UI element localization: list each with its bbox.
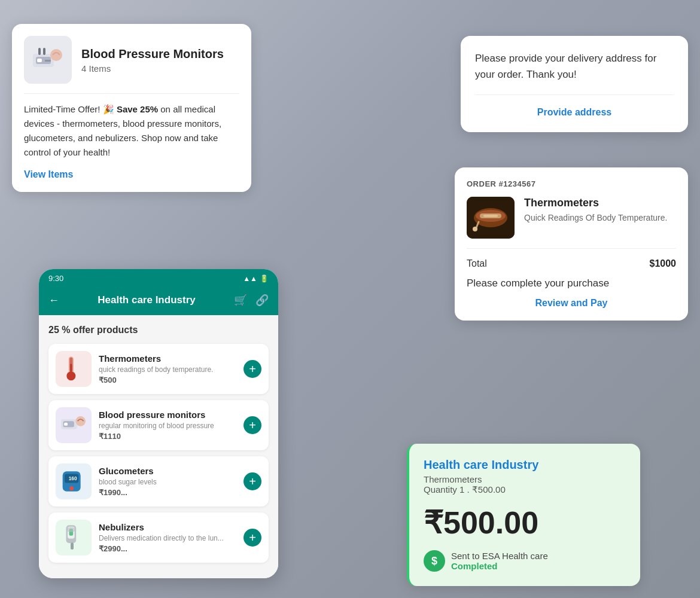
cart-icon[interactable]: 🛒 xyxy=(234,294,247,307)
product-list-info: Nebulizers Delivers medication directly … xyxy=(99,522,236,553)
product-price: ₹500 xyxy=(99,376,236,385)
product-desc: blood sugar levels xyxy=(99,478,236,486)
link-icon[interactable]: 🔗 xyxy=(255,294,269,307)
product-list-thumb xyxy=(56,351,92,387)
payment-card: Health care Industry Thermometers Quanti… xyxy=(407,444,640,586)
product-info: Blood Pressure Monitors 4 Items xyxy=(81,47,224,74)
nav-icons: 🛒 🔗 xyxy=(234,294,269,307)
order-product-name: Thermometers xyxy=(524,197,667,209)
offer-text: Limited-Time Offer! 🎉 Save 25% on all me… xyxy=(24,93,239,160)
mobile-app-panel: 9:30 ▲▲ 🔋 ← Health care Industry 🛒 🔗 25 … xyxy=(39,269,278,578)
product-price: ₹2990... xyxy=(99,544,236,553)
order-total-row: Total $1000 xyxy=(467,258,676,269)
product-list-info: Thermometers quick readings of body temp… xyxy=(99,353,236,385)
store-name: Health care Industry xyxy=(424,458,626,472)
mobile-nav-bar: ← Health care Industry 🛒 🔗 xyxy=(39,288,278,315)
sent-to: Sent to ESA Health care xyxy=(451,551,548,561)
mobile-content: 25 % offer products Thermometers quick r… xyxy=(39,315,278,578)
svg-rect-29 xyxy=(71,542,74,550)
svg-point-21 xyxy=(75,416,86,426)
svg-point-30 xyxy=(66,527,77,532)
add-button[interactable]: + xyxy=(244,416,261,434)
complete-purchase-text: Please complete your purchase xyxy=(467,277,676,289)
signal-icons: ▲▲ 🔋 xyxy=(243,274,269,283)
items-count: 4 Items xyxy=(81,63,224,74)
svg-rect-11 xyxy=(483,215,498,217)
product-name: Glucometers xyxy=(99,466,236,476)
delivery-card: Please provide your delivery address for… xyxy=(461,36,688,132)
review-pay-button[interactable]: Review and Pay xyxy=(467,298,676,309)
add-button[interactable]: + xyxy=(244,472,261,490)
product-desc: regular monitoring of blood pressure xyxy=(99,422,236,430)
svg-text:160: 160 xyxy=(69,475,77,481)
status-bar: 9:30 ▲▲ 🔋 xyxy=(39,269,278,288)
offer-banner: 25 % offer products xyxy=(48,325,269,335)
product-list-thumb xyxy=(56,407,92,443)
product-thumbnail xyxy=(24,36,72,84)
product-desc: Delivers medication directly to the lun.… xyxy=(99,534,236,542)
order-card: ORDER #1234567 Thermometers Quick Readin… xyxy=(455,167,688,321)
list-item: 160 Glucometers blood sugar levels ₹1990… xyxy=(48,456,269,507)
list-item: Nebulizers Delivers medication directly … xyxy=(48,512,269,563)
delivery-message: Please provide your delivery address for… xyxy=(475,50,674,95)
order-number: ORDER #1234567 xyxy=(467,179,676,188)
product-desc: quick readings of body temperature. xyxy=(99,365,236,374)
completed-status: Completed xyxy=(451,561,548,571)
sent-row: $ Sent to ESA Health care Completed xyxy=(424,550,626,572)
nav-title: Health care Industry xyxy=(98,294,195,306)
product-title: Blood Pressure Monitors xyxy=(81,47,224,61)
amount-display: ₹500.00 xyxy=(424,507,626,538)
svg-rect-2 xyxy=(37,59,42,62)
sent-info: Sent to ESA Health care Completed xyxy=(451,551,548,571)
product-header: Blood Pressure Monitors 4 Items xyxy=(24,36,239,84)
quantity-text: Quantity 1 . ₹500.00 xyxy=(424,484,626,495)
product-list: Thermometers quick readings of body temp… xyxy=(48,344,269,563)
order-product-thumbnail xyxy=(467,197,515,239)
dollar-icon: $ xyxy=(424,550,445,572)
product-name: Thermometers xyxy=(99,353,236,364)
list-item: Blood pressure monitors regular monitori… xyxy=(48,400,269,450)
provide-address-button[interactable]: Provide address xyxy=(475,107,674,118)
product-price: ₹1110 xyxy=(99,432,236,441)
order-product-row: Thermometers Quick Readings Of Body Temp… xyxy=(467,197,676,249)
svg-rect-4 xyxy=(45,60,51,62)
svg-point-25 xyxy=(69,486,74,490)
svg-rect-6 xyxy=(43,48,45,55)
product-list-thumb: 160 xyxy=(56,463,92,499)
status-time: 9:30 xyxy=(48,274,63,283)
svg-rect-20 xyxy=(64,423,68,426)
offer-prefix: Limited-Time Offer! 🎉 xyxy=(24,104,117,114)
svg-rect-17 xyxy=(70,364,72,373)
product-list-info: Blood pressure monitors regular monitori… xyxy=(99,410,236,441)
signal-icon: ▲▲ xyxy=(243,274,257,283)
product-name: Nebulizers xyxy=(99,522,236,532)
svg-rect-5 xyxy=(38,48,41,55)
battery-icon: 🔋 xyxy=(260,274,269,283)
total-label: Total xyxy=(467,258,487,269)
svg-point-3 xyxy=(50,49,62,61)
product-name: Blood pressure monitors xyxy=(99,410,236,420)
add-button[interactable]: + xyxy=(244,360,261,378)
blood-pressure-card: Blood Pressure Monitors 4 Items Limited-… xyxy=(12,24,251,192)
order-product-desc: Quick Readings Of Body Temperature. xyxy=(524,213,667,222)
product-list-thumb xyxy=(56,520,92,556)
list-item: Thermometers quick readings of body temp… xyxy=(48,344,269,394)
svg-point-13 xyxy=(473,227,477,231)
back-button[interactable]: ← xyxy=(48,294,59,307)
product-list-info: Glucometers blood sugar levels ₹1990... xyxy=(99,466,236,497)
add-button[interactable]: + xyxy=(244,529,261,547)
offer-bold: Save 25% xyxy=(117,104,158,114)
order-product-info: Thermometers Quick Readings Of Body Temp… xyxy=(524,197,667,222)
payment-product-name: Thermometers xyxy=(424,474,626,484)
view-items-button[interactable]: View Items xyxy=(24,169,73,179)
product-price: ₹1990... xyxy=(99,488,236,497)
total-value: $1000 xyxy=(650,258,677,269)
